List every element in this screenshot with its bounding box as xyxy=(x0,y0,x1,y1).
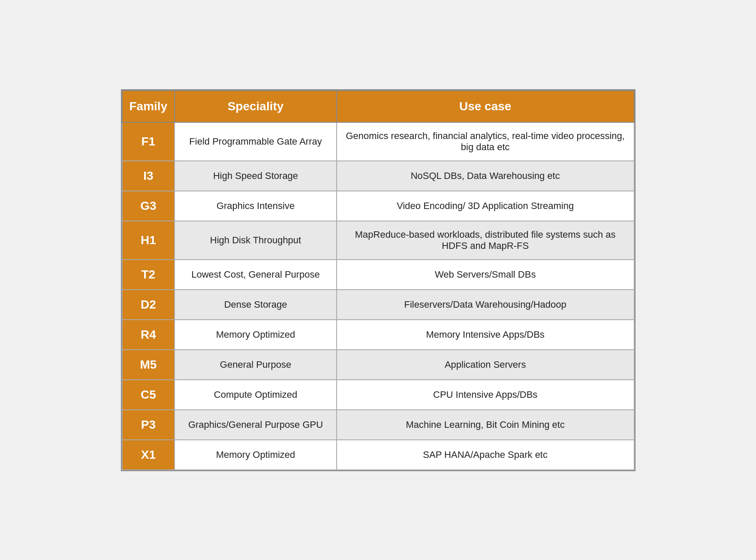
table-row: T2Lowest Cost, General PurposeWeb Server… xyxy=(122,260,634,290)
table-row: X1Memory OptimizedSAP HANA/Apache Spark … xyxy=(122,440,634,470)
speciality-cell: Lowest Cost, General Purpose xyxy=(175,260,337,290)
header-speciality: Speciality xyxy=(175,91,337,122)
family-cell: F1 xyxy=(122,122,175,161)
speciality-cell: Dense Storage xyxy=(175,290,337,320)
header-family: Family xyxy=(122,91,175,122)
usecase-cell: Web Servers/Small DBs xyxy=(337,260,634,290)
instance-family-table: Family Speciality Use case F1Field Progr… xyxy=(122,90,635,470)
usecase-cell: Fileservers/Data Warehousing/Hadoop xyxy=(337,290,634,320)
family-cell: G3 xyxy=(122,191,175,221)
family-cell: M5 xyxy=(122,350,175,380)
family-cell: I3 xyxy=(122,161,175,191)
table-row: H1High Disk ThroughputMapReduce-based wo… xyxy=(122,221,634,260)
main-table-container: Family Speciality Use case F1Field Progr… xyxy=(121,89,636,471)
family-cell: H1 xyxy=(122,221,175,260)
table-row: P3Graphics/General Purpose GPUMachine Le… xyxy=(122,410,634,440)
header-row: Family Speciality Use case xyxy=(122,91,634,122)
table-row: R4Memory OptimizedMemory Intensive Apps/… xyxy=(122,320,634,350)
table-row: G3Graphics IntensiveVideo Encoding/ 3D A… xyxy=(122,191,634,221)
usecase-cell: MapReduce-based workloads, distributed f… xyxy=(337,221,634,260)
usecase-cell: SAP HANA/Apache Spark etc xyxy=(337,440,634,470)
speciality-cell: Graphics/General Purpose GPU xyxy=(175,410,337,440)
family-cell: P3 xyxy=(122,410,175,440)
speciality-cell: Compute Optimized xyxy=(175,380,337,410)
usecase-cell: Video Encoding/ 3D Application Streaming xyxy=(337,191,634,221)
table-row: D2Dense StorageFileservers/Data Warehous… xyxy=(122,290,634,320)
usecase-cell: NoSQL DBs, Data Warehousing etc xyxy=(337,161,634,191)
family-cell: X1 xyxy=(122,440,175,470)
header-usecase: Use case xyxy=(337,91,634,122)
usecase-cell: Machine Learning, Bit Coin Mining etc xyxy=(337,410,634,440)
usecase-cell: Genomics research, financial analytics, … xyxy=(337,122,634,161)
speciality-cell: Memory Optimized xyxy=(175,320,337,350)
usecase-cell: CPU Intensive Apps/DBs xyxy=(337,380,634,410)
speciality-cell: Graphics Intensive xyxy=(175,191,337,221)
speciality-cell: General Purpose xyxy=(175,350,337,380)
table-row: M5General PurposeApplication Servers xyxy=(122,350,634,380)
usecase-cell: Application Servers xyxy=(337,350,634,380)
family-cell: R4 xyxy=(122,320,175,350)
speciality-cell: Memory Optimized xyxy=(175,440,337,470)
speciality-cell: High Speed Storage xyxy=(175,161,337,191)
usecase-cell: Memory Intensive Apps/DBs xyxy=(337,320,634,350)
table-row: C5Compute OptimizedCPU Intensive Apps/DB… xyxy=(122,380,634,410)
family-cell: C5 xyxy=(122,380,175,410)
table-row: I3High Speed StorageNoSQL DBs, Data Ware… xyxy=(122,161,634,191)
family-cell: D2 xyxy=(122,290,175,320)
speciality-cell: Field Programmable Gate Array xyxy=(175,122,337,161)
table-row: F1Field Programmable Gate ArrayGenomics … xyxy=(122,122,634,161)
family-cell: T2 xyxy=(122,260,175,290)
speciality-cell: High Disk Throughput xyxy=(175,221,337,260)
